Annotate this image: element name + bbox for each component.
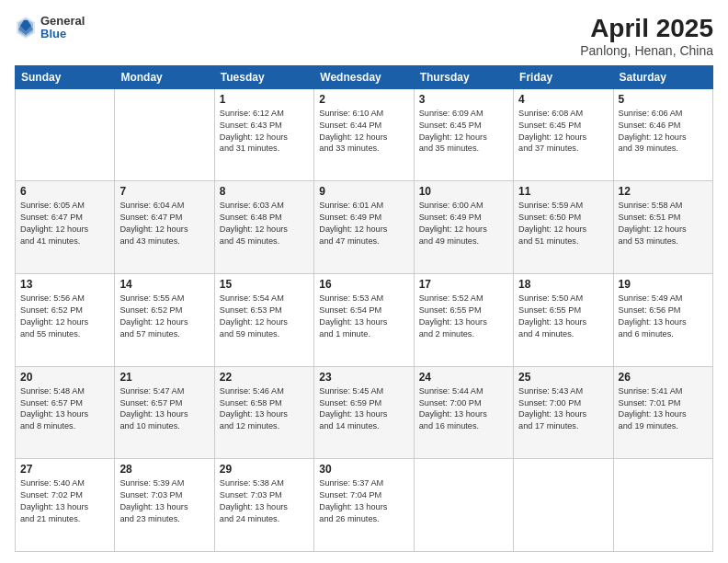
calendar-week-5: 27Sunrise: 5:40 AM Sunset: 7:02 PM Dayli… xyxy=(16,459,713,552)
calendar-cell: 19Sunrise: 5:49 AM Sunset: 6:56 PM Dayli… xyxy=(613,274,712,367)
logo-icon xyxy=(15,15,37,40)
day-number: 3 xyxy=(419,93,508,106)
day-number: 27 xyxy=(20,463,109,476)
calendar-cell: 29Sunrise: 5:38 AM Sunset: 7:03 PM Dayli… xyxy=(214,459,313,552)
calendar-week-1: 1Sunrise: 6:12 AM Sunset: 6:43 PM Daylig… xyxy=(16,88,713,181)
calendar-cell: 1Sunrise: 6:12 AM Sunset: 6:43 PM Daylig… xyxy=(214,88,313,181)
calendar-header-wednesday: Wednesday xyxy=(314,65,414,88)
day-number: 16 xyxy=(319,278,408,291)
calendar-header-row: SundayMondayTuesdayWednesdayThursdayFrid… xyxy=(16,65,713,88)
day-info: Sunrise: 5:58 AM Sunset: 6:51 PM Dayligh… xyxy=(619,200,708,247)
day-number: 30 xyxy=(319,463,408,476)
day-number: 4 xyxy=(518,93,608,106)
day-info: Sunrise: 5:37 AM Sunset: 7:04 PM Dayligh… xyxy=(319,477,408,525)
day-number: 24 xyxy=(419,371,508,384)
day-info: Sunrise: 5:43 AM Sunset: 7:00 PM Dayligh… xyxy=(518,385,608,433)
day-number: 25 xyxy=(518,371,608,384)
day-number: 13 xyxy=(20,278,109,291)
day-number: 26 xyxy=(619,371,708,384)
logo-general: General xyxy=(40,15,85,28)
calendar-cell: 16Sunrise: 5:53 AM Sunset: 6:54 PM Dayli… xyxy=(314,274,414,367)
day-number: 17 xyxy=(419,278,508,291)
calendar-cell: 30Sunrise: 5:37 AM Sunset: 7:04 PM Dayli… xyxy=(314,459,414,552)
day-number: 2 xyxy=(319,93,408,106)
logo-text: General Blue xyxy=(40,15,85,41)
day-number: 10 xyxy=(419,185,508,198)
calendar-cell: 24Sunrise: 5:44 AM Sunset: 7:00 PM Dayli… xyxy=(414,366,513,459)
day-info: Sunrise: 5:56 AM Sunset: 6:52 PM Dayligh… xyxy=(20,293,109,340)
day-info: Sunrise: 5:44 AM Sunset: 7:00 PM Dayligh… xyxy=(419,385,508,433)
day-number: 18 xyxy=(518,278,608,291)
calendar-cell: 18Sunrise: 5:50 AM Sunset: 6:55 PM Dayli… xyxy=(514,274,613,367)
title-block: April 2025 Panlong, Henan, China xyxy=(580,15,713,58)
day-info: Sunrise: 5:52 AM Sunset: 6:55 PM Dayligh… xyxy=(419,293,508,340)
day-info: Sunrise: 6:12 AM Sunset: 6:43 PM Dayligh… xyxy=(220,108,309,155)
day-number: 14 xyxy=(119,278,209,291)
day-info: Sunrise: 5:49 AM Sunset: 6:56 PM Dayligh… xyxy=(619,293,708,340)
day-number: 22 xyxy=(220,371,309,384)
calendar-table: SundayMondayTuesdayWednesdayThursdayFrid… xyxy=(15,65,713,552)
day-info: Sunrise: 5:38 AM Sunset: 7:03 PM Dayligh… xyxy=(220,477,309,525)
calendar-cell: 9Sunrise: 6:01 AM Sunset: 6:49 PM Daylig… xyxy=(314,181,414,274)
calendar-cell: 25Sunrise: 5:43 AM Sunset: 7:00 PM Dayli… xyxy=(514,366,613,459)
day-info: Sunrise: 5:46 AM Sunset: 6:58 PM Dayligh… xyxy=(220,385,309,433)
calendar-cell: 13Sunrise: 5:56 AM Sunset: 6:52 PM Dayli… xyxy=(16,274,115,367)
calendar-cell: 7Sunrise: 6:04 AM Sunset: 6:47 PM Daylig… xyxy=(115,181,214,274)
calendar-cell xyxy=(414,459,513,552)
day-number: 8 xyxy=(220,185,309,198)
calendar-week-2: 6Sunrise: 6:05 AM Sunset: 6:47 PM Daylig… xyxy=(16,181,713,274)
day-number: 6 xyxy=(20,185,109,198)
day-number: 15 xyxy=(220,278,309,291)
calendar-cell: 4Sunrise: 6:08 AM Sunset: 6:45 PM Daylig… xyxy=(514,88,613,181)
calendar-cell xyxy=(514,459,613,552)
calendar-cell: 3Sunrise: 6:09 AM Sunset: 6:45 PM Daylig… xyxy=(414,88,513,181)
calendar-cell: 11Sunrise: 5:59 AM Sunset: 6:50 PM Dayli… xyxy=(514,181,613,274)
calendar-cell: 12Sunrise: 5:58 AM Sunset: 6:51 PM Dayli… xyxy=(613,181,712,274)
day-info: Sunrise: 6:10 AM Sunset: 6:44 PM Dayligh… xyxy=(319,108,408,155)
day-info: Sunrise: 6:01 AM Sunset: 6:49 PM Dayligh… xyxy=(319,200,408,247)
day-number: 12 xyxy=(619,185,708,198)
day-info: Sunrise: 5:53 AM Sunset: 6:54 PM Dayligh… xyxy=(319,293,408,340)
subtitle: Panlong, Henan, China xyxy=(580,43,713,58)
calendar-cell: 23Sunrise: 5:45 AM Sunset: 6:59 PM Dayli… xyxy=(314,366,414,459)
day-info: Sunrise: 6:08 AM Sunset: 6:45 PM Dayligh… xyxy=(518,108,608,155)
calendar-cell: 10Sunrise: 6:00 AM Sunset: 6:49 PM Dayli… xyxy=(414,181,513,274)
calendar-header-saturday: Saturday xyxy=(613,65,712,88)
calendar-week-4: 20Sunrise: 5:48 AM Sunset: 6:57 PM Dayli… xyxy=(16,366,713,459)
day-number: 20 xyxy=(20,371,109,384)
day-info: Sunrise: 5:50 AM Sunset: 6:55 PM Dayligh… xyxy=(518,293,608,340)
logo-blue: Blue xyxy=(40,28,85,40)
day-number: 29 xyxy=(220,463,309,476)
day-number: 5 xyxy=(619,93,708,106)
calendar-header-thursday: Thursday xyxy=(414,65,513,88)
day-info: Sunrise: 6:03 AM Sunset: 6:48 PM Dayligh… xyxy=(220,200,309,247)
day-info: Sunrise: 5:40 AM Sunset: 7:02 PM Dayligh… xyxy=(20,477,109,525)
day-number: 19 xyxy=(619,278,708,291)
day-number: 1 xyxy=(220,93,309,106)
page: General Blue April 2025 Panlong, Henan, … xyxy=(0,0,728,563)
calendar-cell: 27Sunrise: 5:40 AM Sunset: 7:02 PM Dayli… xyxy=(16,459,115,552)
day-info: Sunrise: 5:55 AM Sunset: 6:52 PM Dayligh… xyxy=(119,293,209,340)
calendar-header-tuesday: Tuesday xyxy=(214,65,313,88)
calendar-cell: 20Sunrise: 5:48 AM Sunset: 6:57 PM Dayli… xyxy=(16,366,115,459)
calendar-cell: 26Sunrise: 5:41 AM Sunset: 7:01 PM Dayli… xyxy=(613,366,712,459)
day-info: Sunrise: 6:04 AM Sunset: 6:47 PM Dayligh… xyxy=(119,200,209,247)
day-number: 11 xyxy=(518,185,608,198)
calendar-cell: 6Sunrise: 6:05 AM Sunset: 6:47 PM Daylig… xyxy=(16,181,115,274)
day-number: 9 xyxy=(319,185,408,198)
day-info: Sunrise: 5:45 AM Sunset: 6:59 PM Dayligh… xyxy=(319,385,408,433)
day-info: Sunrise: 5:47 AM Sunset: 6:57 PM Dayligh… xyxy=(119,385,209,433)
calendar-cell: 21Sunrise: 5:47 AM Sunset: 6:57 PM Dayli… xyxy=(115,366,214,459)
calendar-cell: 17Sunrise: 5:52 AM Sunset: 6:55 PM Dayli… xyxy=(414,274,513,367)
day-info: Sunrise: 5:48 AM Sunset: 6:57 PM Dayligh… xyxy=(20,385,109,433)
day-info: Sunrise: 6:00 AM Sunset: 6:49 PM Dayligh… xyxy=(419,200,508,247)
calendar-header-monday: Monday xyxy=(115,65,214,88)
calendar-cell: 8Sunrise: 6:03 AM Sunset: 6:48 PM Daylig… xyxy=(214,181,313,274)
day-info: Sunrise: 6:09 AM Sunset: 6:45 PM Dayligh… xyxy=(419,108,508,155)
calendar-header-sunday: Sunday xyxy=(16,65,115,88)
calendar-week-3: 13Sunrise: 5:56 AM Sunset: 6:52 PM Dayli… xyxy=(16,274,713,367)
calendar-cell: 22Sunrise: 5:46 AM Sunset: 6:58 PM Dayli… xyxy=(214,366,313,459)
main-title: April 2025 xyxy=(580,15,713,43)
calendar-cell xyxy=(16,88,115,181)
day-info: Sunrise: 5:41 AM Sunset: 7:01 PM Dayligh… xyxy=(619,385,708,433)
